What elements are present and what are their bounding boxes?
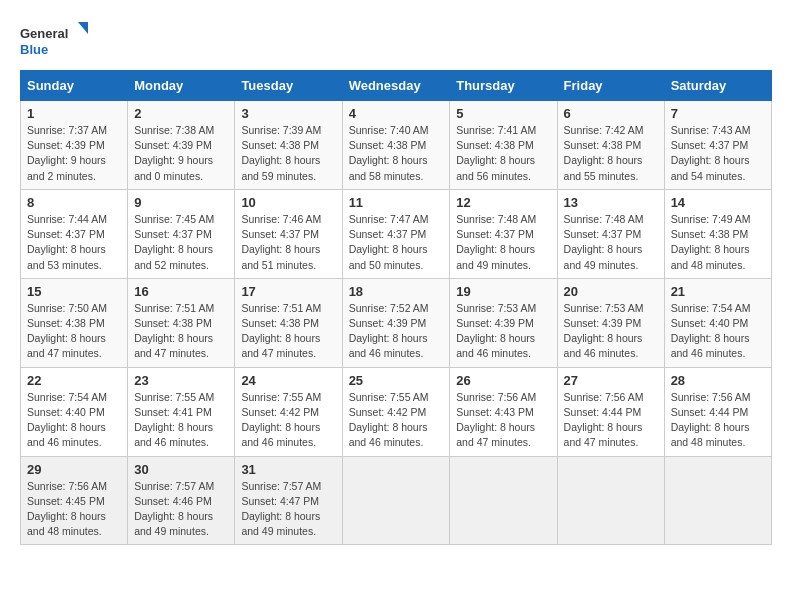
day-number: 3: [241, 106, 335, 121]
day-info: Sunrise: 7:43 AMSunset: 4:37 PMDaylight:…: [671, 123, 765, 184]
calendar-cell: 29Sunrise: 7:56 AMSunset: 4:45 PMDayligh…: [21, 456, 128, 545]
calendar-cell: 9Sunrise: 7:45 AMSunset: 4:37 PMDaylight…: [128, 189, 235, 278]
day-info: Sunrise: 7:54 AMSunset: 4:40 PMDaylight:…: [27, 390, 121, 451]
day-number: 24: [241, 373, 335, 388]
weekday-header: Wednesday: [342, 71, 450, 101]
calendar-cell: 16Sunrise: 7:51 AMSunset: 4:38 PMDayligh…: [128, 278, 235, 367]
calendar-table: SundayMondayTuesdayWednesdayThursdayFrid…: [20, 70, 772, 545]
day-number: 15: [27, 284, 121, 299]
calendar-cell: 20Sunrise: 7:53 AMSunset: 4:39 PMDayligh…: [557, 278, 664, 367]
day-number: 29: [27, 462, 121, 477]
weekday-header: Saturday: [664, 71, 771, 101]
day-info: Sunrise: 7:44 AMSunset: 4:37 PMDaylight:…: [27, 212, 121, 273]
day-number: 5: [456, 106, 550, 121]
day-number: 13: [564, 195, 658, 210]
day-number: 22: [27, 373, 121, 388]
calendar-cell: 15Sunrise: 7:50 AMSunset: 4:38 PMDayligh…: [21, 278, 128, 367]
calendar-week-row: 15Sunrise: 7:50 AMSunset: 4:38 PMDayligh…: [21, 278, 772, 367]
calendar-week-row: 8Sunrise: 7:44 AMSunset: 4:37 PMDaylight…: [21, 189, 772, 278]
calendar-cell: 28Sunrise: 7:56 AMSunset: 4:44 PMDayligh…: [664, 367, 771, 456]
day-number: 16: [134, 284, 228, 299]
day-info: Sunrise: 7:56 AMSunset: 4:44 PMDaylight:…: [564, 390, 658, 451]
calendar-cell: [557, 456, 664, 545]
day-info: Sunrise: 7:38 AMSunset: 4:39 PMDaylight:…: [134, 123, 228, 184]
day-number: 28: [671, 373, 765, 388]
day-number: 1: [27, 106, 121, 121]
calendar-cell: 25Sunrise: 7:55 AMSunset: 4:42 PMDayligh…: [342, 367, 450, 456]
day-number: 2: [134, 106, 228, 121]
calendar-cell: 6Sunrise: 7:42 AMSunset: 4:38 PMDaylight…: [557, 101, 664, 190]
day-number: 9: [134, 195, 228, 210]
calendar-cell: 18Sunrise: 7:52 AMSunset: 4:39 PMDayligh…: [342, 278, 450, 367]
day-number: 21: [671, 284, 765, 299]
calendar-week-row: 22Sunrise: 7:54 AMSunset: 4:40 PMDayligh…: [21, 367, 772, 456]
day-number: 27: [564, 373, 658, 388]
logo-svg: General Blue: [20, 20, 90, 64]
calendar-cell: 1Sunrise: 7:37 AMSunset: 4:39 PMDaylight…: [21, 101, 128, 190]
calendar-header-row: SundayMondayTuesdayWednesdayThursdayFrid…: [21, 71, 772, 101]
day-number: 25: [349, 373, 444, 388]
calendar-cell: 10Sunrise: 7:46 AMSunset: 4:37 PMDayligh…: [235, 189, 342, 278]
day-info: Sunrise: 7:54 AMSunset: 4:40 PMDaylight:…: [671, 301, 765, 362]
day-info: Sunrise: 7:37 AMSunset: 4:39 PMDaylight:…: [27, 123, 121, 184]
day-number: 20: [564, 284, 658, 299]
calendar-cell: 14Sunrise: 7:49 AMSunset: 4:38 PMDayligh…: [664, 189, 771, 278]
weekday-header: Friday: [557, 71, 664, 101]
calendar-week-row: 1Sunrise: 7:37 AMSunset: 4:39 PMDaylight…: [21, 101, 772, 190]
calendar-cell: 11Sunrise: 7:47 AMSunset: 4:37 PMDayligh…: [342, 189, 450, 278]
calendar-cell: [664, 456, 771, 545]
day-number: 18: [349, 284, 444, 299]
calendar-cell: 13Sunrise: 7:48 AMSunset: 4:37 PMDayligh…: [557, 189, 664, 278]
calendar-cell: 3Sunrise: 7:39 AMSunset: 4:38 PMDaylight…: [235, 101, 342, 190]
calendar-cell: [342, 456, 450, 545]
calendar-cell: 31Sunrise: 7:57 AMSunset: 4:47 PMDayligh…: [235, 456, 342, 545]
day-number: 6: [564, 106, 658, 121]
day-info: Sunrise: 7:48 AMSunset: 4:37 PMDaylight:…: [564, 212, 658, 273]
day-info: Sunrise: 7:45 AMSunset: 4:37 PMDaylight:…: [134, 212, 228, 273]
day-info: Sunrise: 7:46 AMSunset: 4:37 PMDaylight:…: [241, 212, 335, 273]
day-number: 17: [241, 284, 335, 299]
day-number: 11: [349, 195, 444, 210]
day-number: 19: [456, 284, 550, 299]
day-info: Sunrise: 7:55 AMSunset: 4:42 PMDaylight:…: [241, 390, 335, 451]
calendar-cell: 22Sunrise: 7:54 AMSunset: 4:40 PMDayligh…: [21, 367, 128, 456]
calendar-cell: 7Sunrise: 7:43 AMSunset: 4:37 PMDaylight…: [664, 101, 771, 190]
day-info: Sunrise: 7:57 AMSunset: 4:46 PMDaylight:…: [134, 479, 228, 540]
calendar-cell: 17Sunrise: 7:51 AMSunset: 4:38 PMDayligh…: [235, 278, 342, 367]
day-info: Sunrise: 7:49 AMSunset: 4:38 PMDaylight:…: [671, 212, 765, 273]
calendar-cell: 23Sunrise: 7:55 AMSunset: 4:41 PMDayligh…: [128, 367, 235, 456]
day-info: Sunrise: 7:55 AMSunset: 4:42 PMDaylight:…: [349, 390, 444, 451]
day-info: Sunrise: 7:40 AMSunset: 4:38 PMDaylight:…: [349, 123, 444, 184]
day-number: 4: [349, 106, 444, 121]
day-info: Sunrise: 7:47 AMSunset: 4:37 PMDaylight:…: [349, 212, 444, 273]
calendar-cell: 24Sunrise: 7:55 AMSunset: 4:42 PMDayligh…: [235, 367, 342, 456]
day-number: 30: [134, 462, 228, 477]
day-info: Sunrise: 7:57 AMSunset: 4:47 PMDaylight:…: [241, 479, 335, 540]
page-header: General Blue: [20, 20, 772, 64]
weekday-header: Tuesday: [235, 71, 342, 101]
calendar-cell: 12Sunrise: 7:48 AMSunset: 4:37 PMDayligh…: [450, 189, 557, 278]
day-info: Sunrise: 7:51 AMSunset: 4:38 PMDaylight:…: [241, 301, 335, 362]
day-info: Sunrise: 7:56 AMSunset: 4:44 PMDaylight:…: [671, 390, 765, 451]
calendar-cell: 19Sunrise: 7:53 AMSunset: 4:39 PMDayligh…: [450, 278, 557, 367]
calendar-cell: 8Sunrise: 7:44 AMSunset: 4:37 PMDaylight…: [21, 189, 128, 278]
day-info: Sunrise: 7:48 AMSunset: 4:37 PMDaylight:…: [456, 212, 550, 273]
day-info: Sunrise: 7:52 AMSunset: 4:39 PMDaylight:…: [349, 301, 444, 362]
svg-marker-2: [78, 22, 88, 34]
day-info: Sunrise: 7:53 AMSunset: 4:39 PMDaylight:…: [564, 301, 658, 362]
day-number: 23: [134, 373, 228, 388]
calendar-cell: 4Sunrise: 7:40 AMSunset: 4:38 PMDaylight…: [342, 101, 450, 190]
day-info: Sunrise: 7:39 AMSunset: 4:38 PMDaylight:…: [241, 123, 335, 184]
weekday-header: Monday: [128, 71, 235, 101]
day-info: Sunrise: 7:51 AMSunset: 4:38 PMDaylight:…: [134, 301, 228, 362]
day-number: 31: [241, 462, 335, 477]
day-number: 7: [671, 106, 765, 121]
day-info: Sunrise: 7:56 AMSunset: 4:45 PMDaylight:…: [27, 479, 121, 540]
svg-text:General: General: [20, 26, 68, 41]
day-number: 12: [456, 195, 550, 210]
day-info: Sunrise: 7:50 AMSunset: 4:38 PMDaylight:…: [27, 301, 121, 362]
calendar-cell: [450, 456, 557, 545]
logo: General Blue: [20, 20, 90, 64]
day-number: 10: [241, 195, 335, 210]
day-info: Sunrise: 7:53 AMSunset: 4:39 PMDaylight:…: [456, 301, 550, 362]
